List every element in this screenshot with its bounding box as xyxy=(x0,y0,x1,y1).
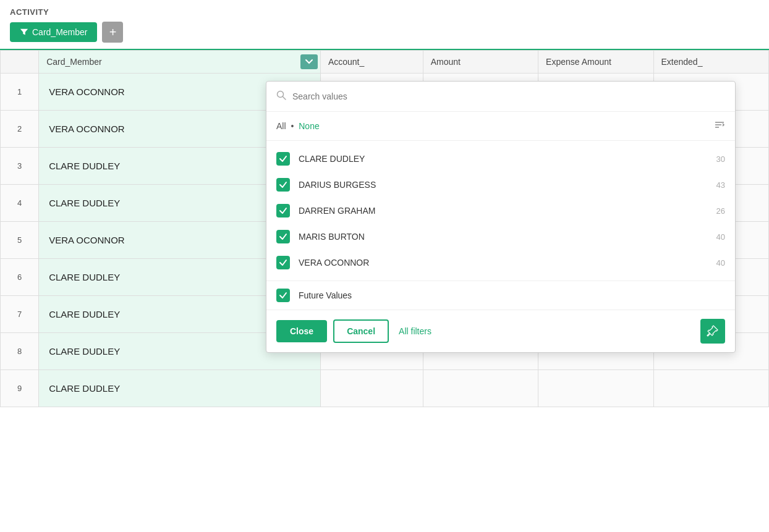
activity-header: ACTIVITY xyxy=(0,0,769,22)
card-member-cell: CLARE DUDLEY xyxy=(39,370,321,407)
svg-line-1 xyxy=(283,97,286,100)
filter-item-checkbox[interactable] xyxy=(276,256,290,269)
all-link[interactable]: All xyxy=(276,121,286,131)
toolbar: Card_Member + xyxy=(0,22,769,49)
filter-item-label: CLARE DUDLEY xyxy=(299,154,708,164)
page-container: ACTIVITY Card_Member + Card_Member xyxy=(0,0,769,532)
none-link[interactable]: None xyxy=(299,121,319,131)
funnel-icon xyxy=(20,28,28,36)
close-button[interactable]: Close xyxy=(276,320,327,342)
search-icon xyxy=(276,90,286,103)
col-header-account: Account_ xyxy=(320,51,423,74)
future-values-row[interactable]: Future Values xyxy=(266,281,735,310)
filter-item-checkbox[interactable] xyxy=(276,178,290,192)
row-number-cell: 8 xyxy=(1,333,39,370)
row-number-cell: 9 xyxy=(1,370,39,407)
sort-icon[interactable] xyxy=(714,119,725,133)
filter-item-checkbox[interactable] xyxy=(276,230,290,243)
filter-item[interactable]: MARIS BURTON40 xyxy=(266,224,735,250)
cancel-button[interactable]: Cancel xyxy=(333,319,389,343)
row-number-cell: 6 xyxy=(1,259,39,296)
search-input[interactable] xyxy=(292,91,725,101)
filter-item-count: 26 xyxy=(716,206,725,216)
future-values-label: Future Values xyxy=(299,290,352,300)
account-cell xyxy=(320,370,423,407)
filter-items-list: CLARE DUDLEY30DARIUS BURGESS43DARREN GRA… xyxy=(266,141,735,281)
col-header-expense-amount: Expense Amount xyxy=(538,51,653,74)
filter-item-label: MARIS BURTON xyxy=(299,232,708,242)
filter-item-count: 43 xyxy=(716,180,725,190)
all-filters-link[interactable]: All filters xyxy=(399,326,431,336)
filter-item[interactable]: DARIUS BURGESS43 xyxy=(266,172,735,198)
row-number-cell: 1 xyxy=(1,74,39,111)
amount-cell xyxy=(423,370,538,407)
row-number-cell: 7 xyxy=(1,296,39,333)
filter-item[interactable]: DARREN GRAHAM26 xyxy=(266,198,735,224)
col-header-amount: Amount xyxy=(423,51,538,74)
table-row: 9CLARE DUDLEY xyxy=(1,370,769,407)
card-member-dropdown-button[interactable] xyxy=(300,54,318,69)
pin-icon xyxy=(707,325,719,337)
row-number-cell: 2 xyxy=(1,111,39,148)
card-member-col-label: Card_Member xyxy=(46,57,101,67)
row-number-cell: 4 xyxy=(1,185,39,222)
filter-button-label: Card_Member xyxy=(32,27,87,37)
col-header-card-member: Card_Member xyxy=(39,51,321,74)
add-icon: + xyxy=(109,26,117,38)
card-member-filter-button[interactable]: Card_Member xyxy=(10,22,97,42)
filter-dropdown-panel: All • None CLARE DUDLEY30DARIUS BURGESS4… xyxy=(266,81,736,353)
search-row xyxy=(266,82,735,112)
footer-row: Close Cancel All filters xyxy=(266,310,735,352)
row-number-cell: 5 xyxy=(1,222,39,259)
add-filter-button[interactable]: + xyxy=(102,22,123,43)
page-title: ACTIVITY xyxy=(10,7,49,17)
all-none-row: All • None xyxy=(266,112,735,141)
pin-icon-button[interactable] xyxy=(700,319,725,344)
filter-item-checkbox[interactable] xyxy=(276,152,290,166)
extended-cell xyxy=(653,370,769,407)
future-values-checkbox[interactable] xyxy=(276,289,290,302)
filter-item-label: VERA OCONNOR xyxy=(299,258,708,268)
filter-item[interactable]: CLARE DUDLEY30 xyxy=(266,146,735,172)
filter-item[interactable]: VERA OCONNOR40 xyxy=(266,250,735,276)
filter-item-count: 40 xyxy=(716,232,725,242)
data-table-wrapper: Card_Member Account_ Amount xyxy=(0,49,769,407)
expense-cell xyxy=(538,370,653,407)
filter-item-count: 40 xyxy=(716,258,725,268)
filter-item-count: 30 xyxy=(716,154,725,164)
filter-item-label: DARREN GRAHAM xyxy=(299,206,708,216)
filter-item-label: DARIUS BURGESS xyxy=(299,180,708,190)
col-header-row-num xyxy=(1,51,39,74)
row-number-cell: 3 xyxy=(1,148,39,185)
filter-item-checkbox[interactable] xyxy=(276,204,290,217)
col-header-extended: Extended_ xyxy=(653,51,769,74)
chevron-down-icon xyxy=(305,59,313,65)
